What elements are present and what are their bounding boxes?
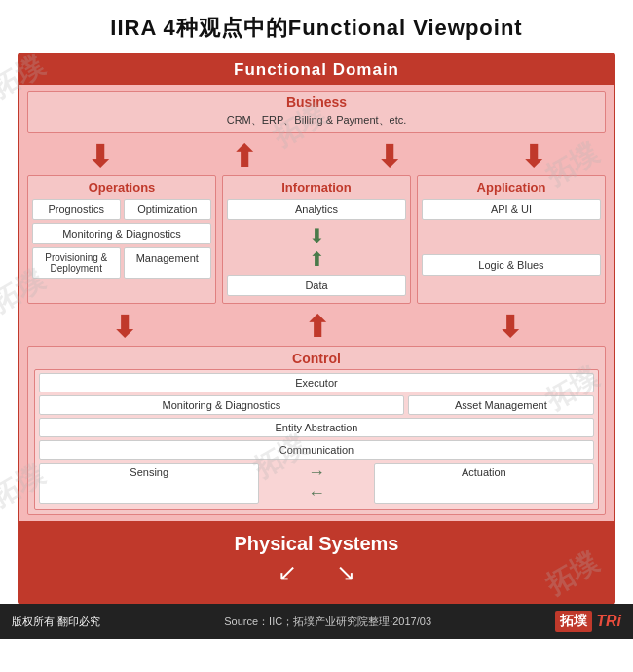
- sensing-box: Sensing: [39, 463, 259, 504]
- information-label: Information: [227, 180, 406, 195]
- control-section: Control Executor Monitoring & Diagnostic…: [27, 346, 606, 515]
- page: 拓墣 拓墣 拓墣 拓墣 拓墣 拓墣 拓墣 拓墣 IIRA 4种观点中的Funct…: [0, 0, 633, 672]
- optimization-box: Optimization: [124, 199, 212, 220]
- ctrl-monitoring-box: Monitoring & Diagnostics: [39, 395, 404, 415]
- source-text: Source：IIC；拓墣产业研究院整理·2017/03: [224, 615, 431, 629]
- ops-row3: Provisioning & Deployment Management: [32, 247, 211, 279]
- physical-arrows: ↙ ↘: [27, 559, 606, 586]
- logo-tu: 拓墣: [555, 611, 592, 632]
- business-section: Business CRM、ERP、Billing & Payment、etc.: [27, 91, 606, 133]
- executor-box: Executor: [39, 373, 594, 392]
- control-inner: Executor Monitoring & Diagnostics Asset …: [34, 369, 599, 510]
- arrow-app-down: ⬇: [521, 139, 545, 173]
- functional-domain-box: Functional Domain Business CRM、ERP、Billi…: [18, 53, 615, 604]
- phys-arrow-left: ↙: [278, 559, 297, 586]
- analytics-box: Analytics: [227, 199, 406, 220]
- inner-content: Business CRM、ERP、Billing & Payment、etc. …: [19, 85, 614, 602]
- arrow-app-down-2: ⬇: [498, 310, 522, 344]
- api-ui-box: API & UI: [422, 199, 601, 220]
- arrows-row-1: ⬇ ⬆ ⬇ ⬇: [27, 139, 606, 173]
- info-arrows: ⬇ ⬆: [227, 224, 406, 271]
- operations-label: Operations: [32, 180, 211, 195]
- business-content: CRM、ERP、Billing & Payment、etc.: [28, 111, 605, 132]
- arrow-info-down: ⬇: [377, 139, 401, 173]
- prognostics-box: Prognostics: [32, 199, 121, 220]
- arrow-green-up2: ⬆: [309, 247, 325, 271]
- information-column: Information Analytics ⬇ ⬆ Data: [222, 175, 411, 304]
- business-label: Business: [28, 92, 605, 111]
- curve-arrow-right: →: [308, 463, 325, 483]
- physical-section: Physical Systems ↙ ↘: [19, 521, 614, 602]
- data-box: Data: [227, 275, 406, 296]
- arrow-green-down: ⬇: [309, 224, 325, 247]
- arrow-ops-down: ⬇: [88, 139, 112, 173]
- entity-box: Entity Abstraction: [39, 418, 594, 437]
- arrow-info-up: ⬆: [232, 139, 256, 173]
- control-row1: Monitoring & Diagnostics Asset Managemen…: [39, 395, 594, 415]
- arrow-ops-down-2: ⬇: [112, 310, 136, 344]
- control-row-sensing: Sensing → ← Actuation: [39, 463, 594, 504]
- curve-arrow-left: ←: [308, 483, 325, 504]
- functional-domain-header: Functional Domain: [19, 55, 614, 85]
- spacer: [422, 223, 601, 254]
- footer-logo: 拓墣 TRi: [555, 611, 621, 632]
- management-box: Management: [124, 247, 212, 279]
- provisioning-box: Provisioning & Deployment: [32, 247, 121, 279]
- curve-arrows: → ←: [263, 463, 369, 504]
- physical-label: Physical Systems: [27, 533, 606, 555]
- communication-box: Communication: [39, 440, 594, 460]
- monitoring-diagnostics-box: Monitoring & Diagnostics: [32, 223, 211, 244]
- ops-row1: Prognostics Optimization: [32, 199, 211, 220]
- asset-mgmt-box: Asset Management: [408, 395, 594, 415]
- physical-inner: Physical Systems ↙ ↘: [27, 521, 606, 594]
- three-columns: Operations Prognostics Optimization Moni…: [27, 175, 606, 304]
- footer: 版权所有·翻印必究 Source：IIC；拓墣产业研究院整理·2017/03 拓…: [0, 604, 633, 639]
- logo-tri: TRi: [596, 613, 621, 630]
- info-arrow-group: ⬇ ⬆: [309, 224, 325, 271]
- logic-blues-box: Logic & Blues: [422, 254, 601, 276]
- operations-column: Operations Prognostics Optimization Moni…: [27, 175, 216, 304]
- arrow-ctrl-up: ⬆: [305, 310, 329, 344]
- main-title: IIRA 4种观点中的Functional Viewpoint: [0, 0, 633, 53]
- phys-arrow-right: ↘: [336, 559, 355, 586]
- control-label: Control: [34, 351, 599, 366]
- actuation-box: Actuation: [374, 463, 594, 504]
- application-label: Application: [422, 180, 601, 195]
- copyright-text: 版权所有·翻印必究: [12, 615, 100, 629]
- arrows-row-2: ⬇ ⬆ ⬇: [27, 310, 606, 344]
- application-column: Application API & UI Logic & Blues: [417, 175, 606, 304]
